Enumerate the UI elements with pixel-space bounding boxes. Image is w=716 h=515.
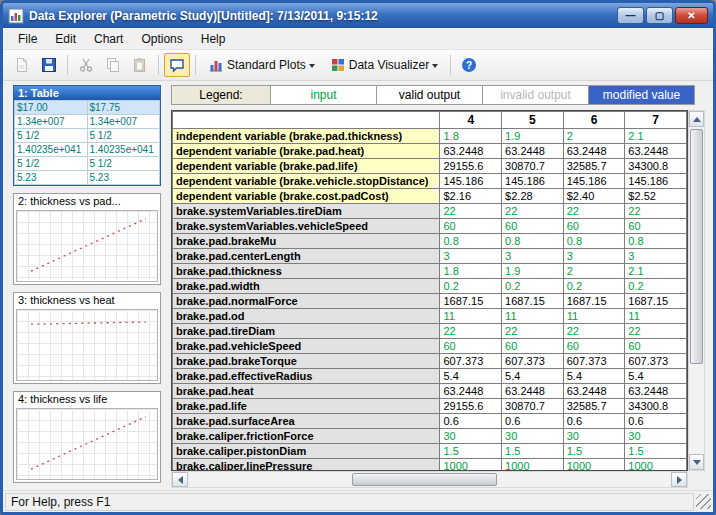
row-header[interactable]: brake.caliper.frictionForce [173, 429, 440, 444]
table-cell[interactable]: 0.6 [563, 414, 625, 429]
table-cell[interactable]: 11 [440, 309, 502, 324]
row-header[interactable]: brake.pad.brakeMu [173, 234, 440, 249]
horizontal-scroll-thumb[interactable] [352, 473, 497, 486]
table-cell[interactable]: 1000 [502, 459, 564, 472]
table-cell[interactable]: 1000 [440, 459, 502, 472]
table-cell[interactable]: 1.5 [563, 444, 625, 459]
table-cell[interactable]: 1687.15 [440, 294, 502, 309]
table-cell[interactable]: 0.2 [563, 279, 625, 294]
column-header-6[interactable]: 6 [563, 112, 625, 129]
resize-grip[interactable] [696, 494, 711, 509]
table-cell[interactable]: 11 [563, 309, 625, 324]
minimize-button[interactable]: — [617, 7, 644, 24]
row-header[interactable]: dependent variable (brake.vehicle.stopDi… [173, 174, 440, 189]
table-cell[interactable]: 30 [440, 429, 502, 444]
column-header-5[interactable]: 5 [502, 112, 564, 129]
row-header[interactable]: brake.pad.od [173, 309, 440, 324]
table-cell[interactable]: 0.2 [502, 279, 564, 294]
table-cell[interactable]: 2.1 [625, 129, 687, 144]
table-cell[interactable]: 1687.15 [563, 294, 625, 309]
menu-file[interactable]: File [9, 30, 46, 48]
menu-options[interactable]: Options [132, 30, 191, 48]
table-cell[interactable]: 5.4 [440, 369, 502, 384]
table-cell[interactable]: 2 [563, 264, 625, 279]
row-header[interactable]: dependent variable (brake.cost.padCost) [173, 189, 440, 204]
row-header[interactable]: brake.pad.surfaceArea [173, 414, 440, 429]
table-cell[interactable]: 1.5 [502, 444, 564, 459]
close-button[interactable]: ✕ [675, 7, 708, 24]
table-cell[interactable]: 29155.6 [440, 159, 502, 174]
table-cell[interactable]: 607.373 [625, 354, 687, 369]
cut-button[interactable] [73, 53, 99, 77]
table-cell[interactable]: 0.8 [502, 234, 564, 249]
table-cell[interactable]: 0.8 [440, 234, 502, 249]
table-cell[interactable]: 1.5 [625, 444, 687, 459]
table-cell[interactable]: 34300.8 [625, 159, 687, 174]
table-cell[interactable]: 5.4 [625, 369, 687, 384]
table-cell[interactable]: 60 [440, 219, 502, 234]
thumbnail-2[interactable]: 2: thickness vs pad... [13, 193, 161, 285]
table-cell[interactable]: 1000 [563, 459, 625, 472]
vertical-scrollbar[interactable] [688, 110, 705, 471]
table-cell[interactable]: 607.373 [440, 354, 502, 369]
data-visualizer-button[interactable]: Data Visualizer [323, 53, 445, 77]
thumbnail-1[interactable]: 1: Table$17.00$17.751.34e+0071.34e+0075 … [13, 85, 161, 186]
table-cell[interactable]: $2.52 [625, 189, 687, 204]
table-cell[interactable]: 0.2 [440, 279, 502, 294]
table-cell[interactable]: 11 [625, 309, 687, 324]
table-cell[interactable]: 1000 [625, 459, 687, 472]
table-cell[interactable]: 11 [502, 309, 564, 324]
table-cell[interactable]: 1.8 [440, 264, 502, 279]
row-header[interactable]: brake.pad.width [173, 279, 440, 294]
row-header[interactable]: dependent variable (brake.pad.life) [173, 159, 440, 174]
table-cell[interactable]: 60 [440, 339, 502, 354]
table-cell[interactable]: 60 [502, 219, 564, 234]
row-header[interactable]: brake.pad.normalForce [173, 294, 440, 309]
scroll-up-button[interactable] [689, 111, 704, 127]
row-header[interactable]: brake.pad.brakeTorque [173, 354, 440, 369]
scroll-down-button[interactable] [689, 454, 704, 470]
table-cell[interactable]: 145.186 [440, 174, 502, 189]
table-cell[interactable]: 30 [502, 429, 564, 444]
menu-chart[interactable]: Chart [85, 30, 132, 48]
row-header[interactable]: brake.pad.life [173, 399, 440, 414]
table-cell[interactable]: 34300.8 [625, 399, 687, 414]
table-cell[interactable]: 22 [563, 324, 625, 339]
table-cell[interactable]: 63.2448 [563, 384, 625, 399]
table-cell[interactable]: 5.4 [502, 369, 564, 384]
row-header[interactable]: brake.pad.tireDiam [173, 324, 440, 339]
row-header[interactable]: brake.pad.centerLength [173, 249, 440, 264]
table-cell[interactable]: 1.8 [440, 129, 502, 144]
table-cell[interactable]: 60 [625, 219, 687, 234]
table-cell[interactable]: 0.8 [625, 234, 687, 249]
table-cell[interactable]: 145.186 [625, 174, 687, 189]
table-cell[interactable]: 0.6 [440, 414, 502, 429]
table-cell[interactable]: 3 [440, 249, 502, 264]
table-cell[interactable]: 1.9 [502, 129, 564, 144]
paste-button[interactable] [127, 53, 153, 77]
import-document-button[interactable] [9, 53, 35, 77]
table-cell[interactable]: 2.1 [625, 264, 687, 279]
table-cell[interactable]: 29155.6 [440, 399, 502, 414]
table-cell[interactable]: 145.186 [563, 174, 625, 189]
row-header[interactable]: brake.caliper.pistonDiam [173, 444, 440, 459]
table-cell[interactable]: 60 [502, 339, 564, 354]
column-header-7[interactable]: 7 [625, 112, 687, 129]
title-bar[interactable]: Data Explorer (Parametric Study)[Untitle… [3, 3, 713, 28]
table-cell[interactable]: $2.28 [502, 189, 564, 204]
table-cell[interactable]: 607.373 [502, 354, 564, 369]
help-button[interactable]: ? [456, 53, 482, 77]
table-cell[interactable]: 30870.7 [502, 159, 564, 174]
table-cell[interactable]: 607.373 [563, 354, 625, 369]
table-cell[interactable]: $2.40 [563, 189, 625, 204]
table-cell[interactable]: 22 [625, 324, 687, 339]
table-cell[interactable]: 22 [563, 204, 625, 219]
table-cell[interactable]: 63.2448 [440, 384, 502, 399]
table-cell[interactable]: 3 [625, 249, 687, 264]
table-cell[interactable]: $2.16 [440, 189, 502, 204]
column-header-4[interactable]: 4 [440, 112, 502, 129]
table-cell[interactable]: 0.6 [625, 414, 687, 429]
table-cell[interactable]: 60 [625, 339, 687, 354]
row-header[interactable]: brake.pad.thickness [173, 264, 440, 279]
table-cell[interactable]: 1.5 [440, 444, 502, 459]
